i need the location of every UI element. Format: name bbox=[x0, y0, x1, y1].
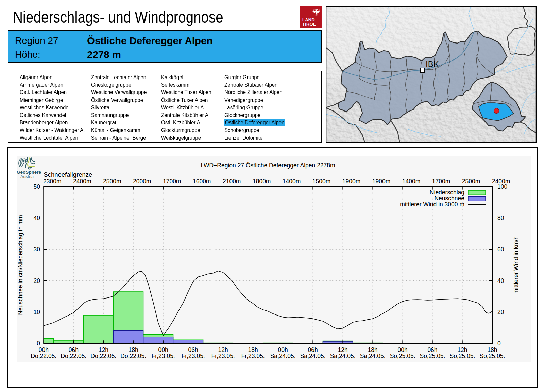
svg-text:Fr,23.05.: Fr,23.05. bbox=[241, 353, 265, 359]
svg-text:2100m: 2100m bbox=[223, 178, 241, 185]
svg-text:LWD−Region 27 Östliche Defereg: LWD−Region 27 Östliche Deferegger Alpen … bbox=[201, 162, 335, 169]
svg-text:1700m: 1700m bbox=[163, 178, 181, 185]
svg-text:1800m: 1800m bbox=[253, 178, 271, 185]
svg-text:Do,22.05.: Do,22.05. bbox=[31, 353, 56, 359]
svg-text:Sa,24.05.: Sa,24.05. bbox=[300, 353, 326, 359]
svg-text:Neuschnee in cm/Niederschlag i: Neuschnee in cm/Niederschlag in mm bbox=[17, 215, 24, 315]
svg-text:Fr,23.05.: Fr,23.05. bbox=[182, 353, 205, 359]
svg-text:0: 0 bbox=[37, 340, 40, 347]
svg-text:40: 40 bbox=[34, 215, 40, 221]
svg-text:20: 20 bbox=[34, 277, 40, 284]
svg-text:2000m: 2000m bbox=[133, 178, 151, 185]
svg-text:Schneefallgrenze: Schneefallgrenze bbox=[44, 171, 92, 178]
svg-text:So,25.05.: So,25.05. bbox=[420, 353, 445, 359]
svg-text:30: 30 bbox=[34, 246, 40, 253]
svg-text:1900m: 1900m bbox=[342, 178, 361, 185]
svg-text:So,25.05.: So,25.05. bbox=[450, 353, 475, 359]
svg-text:40: 40 bbox=[497, 277, 504, 284]
svg-text:2400m: 2400m bbox=[73, 178, 91, 185]
svg-text:Sa,24.05.: Sa,24.05. bbox=[270, 353, 296, 359]
svg-text:2500m: 2500m bbox=[462, 178, 480, 185]
svg-text:Sa,24.05.: Sa,24.05. bbox=[330, 353, 356, 359]
svg-text:2500m: 2500m bbox=[103, 178, 121, 185]
svg-text:Sa,24.05.: Sa,24.05. bbox=[360, 353, 386, 359]
svg-text:Do,22.05.: Do,22.05. bbox=[61, 353, 86, 359]
svg-text:1900m: 1900m bbox=[372, 178, 391, 185]
svg-text:1600m: 1600m bbox=[193, 178, 211, 185]
svg-text:1700m: 1700m bbox=[432, 178, 451, 185]
svg-text:60: 60 bbox=[497, 246, 504, 253]
svg-text:Austria: Austria bbox=[20, 174, 34, 179]
svg-text:So,25.05.: So,25.05. bbox=[390, 353, 415, 359]
svg-text:mittlerer Wind in 3000 m: mittlerer Wind in 3000 m bbox=[400, 201, 464, 208]
svg-text:20: 20 bbox=[497, 309, 504, 316]
svg-text:1400m: 1400m bbox=[402, 178, 421, 185]
svg-text:50: 50 bbox=[34, 183, 40, 190]
svg-text:10: 10 bbox=[34, 309, 40, 316]
svg-text:mittlerer Wind in km/h: mittlerer Wind in km/h bbox=[513, 236, 520, 294]
svg-text:Fr,23.05.: Fr,23.05. bbox=[211, 353, 235, 359]
svg-text:0: 0 bbox=[497, 340, 501, 347]
svg-text:IBK: IBK bbox=[426, 59, 439, 69]
svg-text:2300m: 2300m bbox=[43, 178, 62, 185]
svg-text:Do,22.05.: Do,22.05. bbox=[90, 353, 116, 359]
svg-text:80: 80 bbox=[497, 215, 504, 221]
svg-text:1400m: 1400m bbox=[283, 178, 301, 185]
svg-text:So,25.05.: So,25.05. bbox=[480, 353, 505, 359]
svg-text:Do,22.05.: Do,22.05. bbox=[120, 353, 146, 359]
svg-text:1500m: 1500m bbox=[312, 178, 331, 185]
svg-text:100: 100 bbox=[497, 183, 507, 190]
svg-text:Fr,23.05.: Fr,23.05. bbox=[152, 353, 175, 359]
